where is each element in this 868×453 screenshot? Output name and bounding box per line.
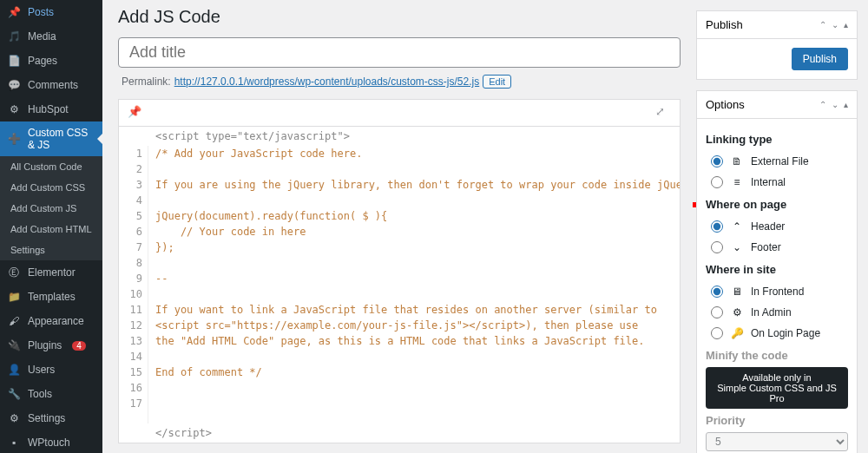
option-label: Footer	[751, 241, 781, 253]
plus-icon: ➕	[7, 132, 21, 146]
file-icon: 🗎	[730, 154, 744, 168]
pin-icon: 📌	[7, 5, 21, 19]
minify-section: Minify the code Available only in Simple…	[706, 349, 848, 451]
media-icon: 🎵	[7, 30, 21, 43]
chevron-down-icon: ⌄	[730, 240, 744, 254]
code-lines[interactable]: /* Add your JavaScript code here.If you …	[148, 146, 680, 423]
sidebar-item-label: Appearance	[28, 315, 84, 327]
minify-title: Minify the code	[706, 349, 848, 362]
sidebar-item-label: Tools	[28, 388, 52, 400]
admin-icon: ⚙	[730, 305, 744, 319]
sidebar-item-label: Settings	[10, 245, 45, 255]
chevron-up-icon: ⌃	[730, 220, 744, 233]
pages-icon: 📄	[7, 54, 21, 68]
triangle-icon[interactable]: ▴	[844, 20, 848, 30]
sidebar-item-settings[interactable]: ⚙Settings	[0, 406, 102, 430]
fullscreen-icon[interactable]: ⤢	[655, 105, 671, 121]
sidebar-item-media[interactable]: 🎵Media	[0, 24, 102, 49]
radio-footer[interactable]	[711, 241, 723, 253]
option-label: External File	[751, 155, 809, 167]
post-title-input[interactable]	[118, 37, 681, 68]
sidebar-sub-add-js[interactable]: Add Custom JS	[0, 198, 102, 219]
right-sidebar: Publish ⌃⌄▴ Publish Options ⌃⌄▴ Linking …	[696, 0, 868, 453]
code-editor: 📌 ⤢ <script type="text/javascript"> 1234…	[118, 99, 681, 443]
sidebar-item-comments[interactable]: 💬Comments	[0, 73, 102, 97]
opt-site-login[interactable]: 🔑On Login Page	[706, 323, 848, 344]
sidebar-item-hubspot[interactable]: ⚙HubSpot	[0, 97, 102, 121]
sidebar-item-label: Elementor	[28, 266, 76, 279]
opt-site-admin[interactable]: ⚙In Admin	[706, 302, 848, 323]
sidebar-sub-all-custom[interactable]: All Custom Code	[0, 156, 102, 177]
sidebar-item-label: HubSpot	[28, 103, 69, 115]
chevron-up-icon[interactable]: ⌃	[819, 20, 826, 30]
opt-site-frontend[interactable]: 🖥In Frontend	[706, 281, 848, 302]
panel-header[interactable]: Publish ⌃⌄▴	[697, 11, 857, 39]
triangle-icon[interactable]: ▴	[844, 100, 848, 109]
radio-external[interactable]	[711, 155, 723, 167]
sidebar-item-label: Comments	[28, 79, 78, 91]
hubspot-icon: ⚙	[7, 102, 21, 116]
sidebar-item-posts[interactable]: 📌Posts	[0, 0, 102, 24]
radio-admin[interactable]	[711, 306, 723, 318]
editor-toolbar: 📌 ⤢	[119, 100, 680, 127]
sidebar-item-label: Add Custom CSS	[10, 182, 85, 193]
users-icon: 👤	[7, 363, 21, 377]
opt-linking-internal[interactable]: ≡Internal	[706, 172, 848, 193]
chevron-down-icon[interactable]: ⌄	[832, 20, 838, 30]
brush-icon: 🖌	[7, 314, 21, 328]
sidebar-item-users[interactable]: 👤Users	[0, 358, 102, 382]
radio-header[interactable]	[711, 220, 723, 233]
sidebar-item-label: WPtouch	[28, 437, 70, 449]
sidebar-item-label: Users	[28, 364, 55, 376]
option-label: In Frontend	[751, 286, 804, 298]
sidebar-sub-add-css[interactable]: Add Custom CSS	[0, 177, 102, 198]
sidebar-item-plugins[interactable]: 🔌Plugins4	[0, 333, 102, 358]
publish-panel: Publish ⌃⌄▴ Publish	[696, 10, 858, 80]
sidebar-item-appearance[interactable]: 🖌Appearance	[0, 309, 102, 333]
chevron-up-icon[interactable]: ⌃	[819, 100, 826, 109]
comments-icon: 💬	[7, 78, 21, 92]
permalink-edit-button[interactable]: Edit	[483, 75, 511, 89]
desktop-icon: 🖥	[730, 285, 744, 299]
sidebar-item-custom-css-js[interactable]: ➕Custom CSS & JS	[0, 121, 102, 156]
where-page-title: Where on page	[706, 198, 848, 211]
sidebar-item-label: Add Custom HTML	[10, 224, 92, 234]
pro-tooltip: Available only in Simple Custom CSS and …	[706, 367, 848, 409]
plug-icon: 🔌	[7, 338, 21, 352]
opt-where-header[interactable]: ⌃Header	[706, 216, 848, 237]
radio-internal[interactable]	[711, 176, 723, 188]
wrench-icon: 🔧	[7, 387, 21, 401]
key-icon: 🔑	[730, 326, 744, 340]
permalink-url[interactable]: http://127.0.0.1/wordpress/wp-content/up…	[174, 76, 480, 88]
main-content: Add JS Code Permalink: http://127.0.0.1/…	[102, 0, 696, 453]
priority-title: Priority	[706, 414, 848, 427]
sidebar-sub-add-html[interactable]: Add Custom HTML	[0, 219, 102, 240]
sidebar-item-wptouch[interactable]: ▪WPtouch	[0, 430, 102, 453]
sidebar-item-tools[interactable]: 🔧Tools	[0, 382, 102, 406]
line-numbers: 1234567891011121314151617	[119, 146, 148, 423]
sidebar-sub-settings[interactable]: Settings	[0, 240, 102, 260]
pin-icon[interactable]: 📌	[128, 105, 143, 121]
sidebar-item-pages[interactable]: 📄Pages	[0, 49, 102, 73]
sidebar-item-templates[interactable]: 📁Templates	[0, 285, 102, 309]
sidebar-item-label: Templates	[28, 291, 76, 303]
chevron-down-icon[interactable]: ⌄	[832, 100, 838, 109]
admin-sidebar: 📌Posts 🎵Media 📄Pages 💬Comments ⚙HubSpot …	[0, 0, 102, 453]
linking-type-title: Linking type	[706, 133, 848, 146]
priority-select[interactable]: 5	[706, 432, 848, 451]
sidebar-submenu: All Custom Code Add Custom CSS Add Custo…	[0, 156, 102, 260]
opt-linking-external[interactable]: 🗎External File	[706, 151, 848, 172]
sidebar-item-elementor[interactable]: ⒺElementor	[0, 260, 102, 285]
panel-header[interactable]: Options ⌃⌄▴	[697, 91, 857, 119]
radio-login[interactable]	[711, 327, 723, 339]
sidebar-item-label: Add Custom JS	[10, 203, 76, 213]
sidebar-item-label: Pages	[28, 55, 57, 67]
code-area[interactable]: 1234567891011121314151617 /* Add your Ja…	[119, 146, 680, 423]
elementor-icon: Ⓔ	[7, 266, 21, 279]
sidebar-item-label: Posts	[28, 6, 54, 18]
radio-frontend[interactable]	[711, 286, 723, 298]
panel-body: Linking type 🗎External File ≡Internal Wh…	[697, 119, 857, 453]
opt-where-footer[interactable]: ⌄Footer	[706, 237, 848, 258]
sidebar-item-label: Plugins	[28, 339, 62, 351]
publish-button[interactable]: Publish	[792, 48, 848, 70]
